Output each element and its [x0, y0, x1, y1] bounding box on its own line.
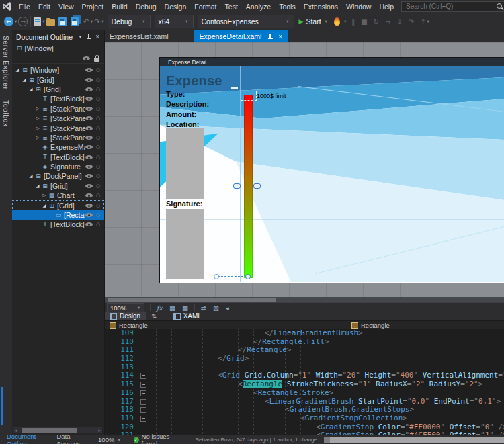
- navigate-back-button[interactable]: ←: [4, 17, 13, 26]
- expand-arrow-icon[interactable]: ▷: [34, 116, 41, 121]
- visibility-eye-icon[interactable]: [85, 115, 93, 122]
- breadcrumb-element-right[interactable]: Rectangle: [346, 322, 390, 329]
- menu-extensions[interactable]: Extensions: [300, 2, 341, 11]
- fold-collapse-icon[interactable]: [140, 382, 146, 388]
- lock-toggle-icon[interactable]: ○: [96, 67, 104, 73]
- expand-arrow-icon[interactable]: ▷: [34, 126, 41, 131]
- toolbar-overflow-icon[interactable]: ▾: [427, 19, 429, 24]
- expand-arrow-icon[interactable]: ◢: [28, 173, 34, 179]
- effects-icon[interactable]: ƒx: [157, 304, 163, 312]
- search-input[interactable]: [405, 2, 496, 11]
- toolbar-step-into-icon[interactable]: ↓: [396, 18, 402, 26]
- outline-item-signature[interactable]: ◈Signature○: [12, 162, 104, 171]
- fold-collapse-icon[interactable]: [140, 407, 146, 413]
- lock-toggle-icon[interactable]: ○: [96, 193, 104, 198]
- breadcrumb-element-left[interactable]: Rectangle: [104, 322, 148, 329]
- menu-debug[interactable]: Debug: [132, 2, 160, 11]
- outline-item-stackpanel[interactable]: ▷≣[StackPanel]○: [12, 114, 104, 123]
- resize-handle-left[interactable]: [233, 183, 241, 189]
- fold-gutter[interactable]: [139, 329, 150, 338]
- menu-file[interactable]: File: [15, 2, 34, 11]
- undo-dropdown-icon[interactable]: ▾: [91, 19, 93, 24]
- outline-scope-row[interactable]: ⊡ [Window]: [12, 43, 104, 54]
- startup-project-select[interactable]: ContosoExpenses ▾: [198, 15, 294, 28]
- snap-grid-icon[interactable]: ▦: [182, 304, 188, 312]
- lock-toggle-icon[interactable]: ○: [96, 116, 104, 121]
- visibility-eye-icon[interactable]: [85, 95, 93, 103]
- visibility-eye-icon[interactable]: [85, 163, 93, 171]
- lock-toggle-icon[interactable]: ○: [96, 154, 104, 160]
- navigate-forward-button[interactable]: →: [18, 17, 28, 26]
- visibility-eye-icon[interactable]: [85, 212, 93, 219]
- editor-zoom-indicator[interactable]: 100% ▾: [98, 436, 122, 443]
- search-box[interactable]: [401, 1, 504, 12]
- navigate-back-dropdown-icon[interactable]: ▾: [15, 19, 17, 24]
- save-all-icon[interactable]: [71, 17, 79, 26]
- outline-item-textblock10[interactable]: T[TextBlock] "10○: [12, 220, 104, 229]
- visibility-eye-icon[interactable]: [85, 85, 93, 93]
- fold-gutter[interactable]: [139, 338, 150, 347]
- outline-item-stackpanel[interactable]: ▷≣[StackPanel]○: [12, 104, 104, 114]
- expand-arrow-icon[interactable]: ▷: [41, 193, 48, 198]
- lock-toggle-icon[interactable]: ○: [96, 96, 104, 101]
- hot-reload-dropdown-icon[interactable]: ▾: [344, 19, 346, 24]
- code-line[interactable]: 111</Rectangle>: [104, 346, 504, 355]
- sidebar-tab-server-explorer[interactable]: Server Explorer: [0, 30, 10, 95]
- visibility-eye-icon[interactable]: [85, 144, 93, 151]
- fold-gutter[interactable]: [139, 389, 150, 398]
- outline-item-grid[interactable]: ◢⊞[Grid]○: [12, 181, 104, 191]
- tab-expensedetail-xaml[interactable]: ExpenseDetail.xaml×: [194, 30, 288, 42]
- collapse-icon[interactable]: ◂: [226, 304, 229, 312]
- panel-tab-data-sources[interactable]: Data Sources: [56, 433, 87, 444]
- fold-gutter[interactable]: [139, 414, 150, 423]
- sidebar-tab-toolbox[interactable]: Toolbox: [0, 95, 10, 132]
- expand-arrow-icon[interactable]: ◢: [28, 87, 34, 92]
- fold-collapse-icon[interactable]: [140, 416, 146, 422]
- menu-format[interactable]: Format: [191, 2, 220, 11]
- fold-gutter[interactable]: [139, 406, 150, 414]
- panel-tab-document-outline[interactable]: Document Outline: [7, 433, 47, 444]
- expand-arrow-icon[interactable]: ◢: [21, 77, 28, 83]
- tab-expenseslist-xaml[interactable]: ExpensesList.xaml: [104, 30, 174, 42]
- visibility-eye-icon[interactable]: [85, 153, 93, 161]
- new-file-dropdown-icon[interactable]: ▾: [42, 19, 44, 24]
- fold-gutter[interactable]: [139, 380, 150, 389]
- outline-item-window[interactable]: ◢⊡[Window]○: [12, 65, 104, 75]
- menu-tools[interactable]: Tools: [276, 2, 299, 11]
- swap-panes-icon[interactable]: ⇅: [151, 313, 157, 320]
- lock-toggle-icon[interactable]: ○: [96, 144, 104, 150]
- codelens-info[interactable]: Sebastien Bovo, 247 days ago | 1 author,…: [196, 437, 317, 443]
- outline-item-rectang[interactable]: ▭[Rectang○: [12, 210, 104, 220]
- visibility-eye-icon[interactable]: [85, 76, 93, 83]
- fold-collapse-icon[interactable]: [140, 399, 146, 405]
- fold-gutter[interactable]: [139, 371, 150, 380]
- platform-select[interactable]: x64 ▾: [155, 15, 194, 28]
- visibility-eye-icon[interactable]: [85, 221, 93, 228]
- placeholder-box[interactable]: [166, 128, 204, 199]
- toolbar-restart-icon[interactable]: ↻: [374, 18, 379, 26]
- redo-icon[interactable]: ↷: [94, 17, 100, 26]
- snapline-toggle-icon[interactable]: ⇄: [201, 304, 206, 312]
- menu-help[interactable]: Help: [376, 2, 397, 11]
- undo-icon[interactable]: ↶: [83, 17, 89, 26]
- lock-toggle-icon[interactable]: ○: [96, 173, 104, 179]
- designer-zoom-select[interactable]: 100% ▾: [107, 303, 144, 312]
- lock-toggle-icon[interactable]: ○: [96, 183, 104, 189]
- design-view-tab[interactable]: Design: [104, 312, 146, 320]
- menu-edit[interactable]: Edit: [35, 2, 54, 11]
- fold-gutter[interactable]: [139, 398, 150, 406]
- visibility-eye-icon[interactable]: [85, 124, 93, 132]
- lock-toggle-icon[interactable]: ○: [96, 135, 104, 140]
- save-icon[interactable]: [58, 17, 67, 26]
- hot-reload-icon[interactable]: [334, 17, 340, 26]
- pin-icon[interactable]: [267, 33, 273, 40]
- menu-analyze[interactable]: Analyze: [243, 2, 274, 11]
- fold-gutter[interactable]: [139, 355, 150, 363]
- lock-toggle-icon[interactable]: ○: [96, 203, 104, 208]
- lock-toggle-icon[interactable]: ○: [96, 77, 104, 83]
- expand-arrow-icon[interactable]: ▷: [34, 135, 41, 140]
- fold-collapse-icon[interactable]: [140, 390, 146, 396]
- lock-toggle-icon[interactable]: ○: [96, 87, 104, 92]
- outline-item-grid[interactable]: ◢⊞[Grid]○: [12, 200, 104, 210]
- outline-item-textblockex[interactable]: T[TextBlock] "Ex○: [12, 94, 104, 103]
